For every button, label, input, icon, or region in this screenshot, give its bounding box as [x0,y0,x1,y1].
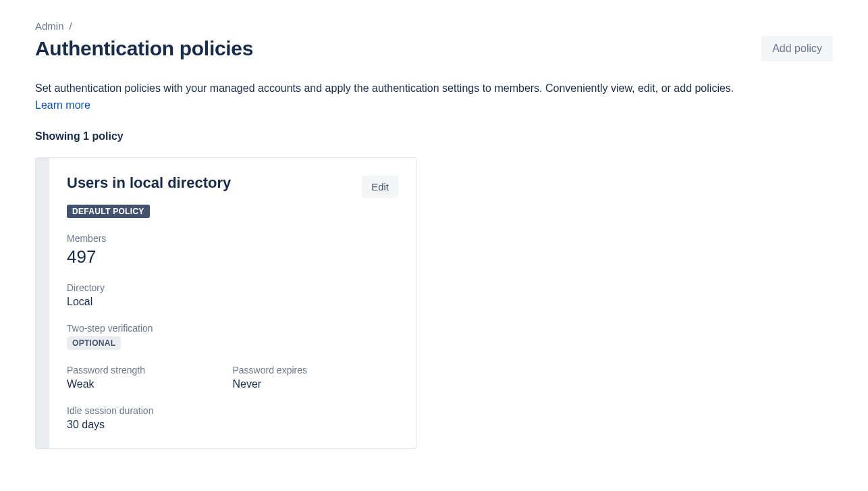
twostep-label: Two-step verification [67,323,398,334]
edit-policy-button[interactable]: Edit [362,176,398,198]
breadcrumb-separator: / [70,20,72,32]
add-policy-button[interactable]: Add policy [761,36,833,61]
breadcrumb: Admin / [35,20,833,32]
page-header: Authentication policies Add policy [35,36,833,61]
learn-more-link[interactable]: Learn more [35,99,90,111]
directory-value: Local [67,296,398,308]
page-title: Authentication policies [35,37,253,60]
pwd-expires-value: Never [233,378,399,390]
pwd-expires-label: Password expires [233,365,399,376]
policy-card-accent [36,158,49,448]
pwd-strength-label: Password strength [67,365,233,376]
directory-label: Directory [67,282,398,293]
twostep-badge: OPTIONAL [67,336,121,350]
breadcrumb-admin[interactable]: Admin [35,20,64,32]
policy-title: Users in local directory [67,174,231,192]
showing-count: Showing 1 policy [35,130,833,143]
idle-label: Idle session duration [67,405,398,416]
idle-value: 30 days [67,419,398,431]
page-description: Set authentication policies with your ma… [35,80,811,97]
pwd-strength-value: Weak [67,378,233,390]
members-count: 497 [67,247,398,267]
policy-card: Users in local directory Edit DEFAULT PO… [35,157,416,449]
members-label: Members [67,233,398,244]
default-policy-badge: DEFAULT POLICY [67,205,150,218]
